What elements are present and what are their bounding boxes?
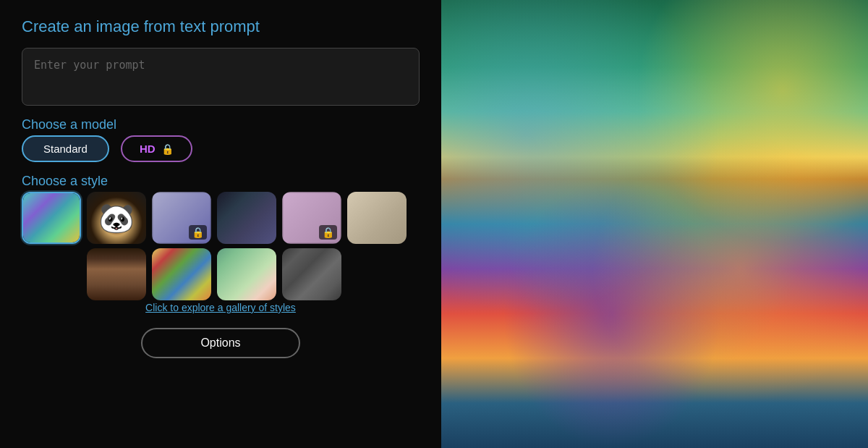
style-row-1: 🐼 🔒 🔒	[22, 192, 420, 244]
style-thumb-ballet[interactable]	[217, 248, 276, 300]
left-panel: Create an image from text prompt Choose …	[0, 0, 441, 448]
style-section-title: Choose a style	[22, 174, 420, 189]
model-buttons: Standard HD 🔒	[22, 135, 420, 162]
style-thumb-panda[interactable]: 🐼	[87, 192, 146, 244]
model-section-title: Choose a model	[22, 117, 420, 132]
style-thumb-city[interactable]	[282, 248, 341, 300]
style-thumb-bg-flowers	[152, 248, 211, 300]
style-thumb-bg-city	[282, 248, 341, 300]
style-section: Choose a style 🐼 🔒	[22, 174, 420, 313]
style-thumb-bg-fluid	[23, 193, 80, 242]
hd-label: HD	[140, 143, 156, 155]
prompt-input[interactable]	[22, 48, 420, 106]
page-title: Create an image from text prompt	[22, 17, 420, 36]
blur2-lock-icon: 🔒	[319, 225, 337, 240]
style-thumb-mona[interactable]	[87, 248, 146, 300]
style-thumb-blur1[interactable]: 🔒	[152, 192, 211, 244]
style-thumb-blur2[interactable]: 🔒	[282, 192, 341, 244]
style-thumb-bg-vintage	[347, 192, 407, 244]
model-section: Choose a model Standard HD 🔒	[22, 117, 420, 162]
style-grid: 🐼 🔒 🔒	[22, 192, 420, 300]
artwork-image	[441, 0, 868, 448]
blur1-lock-icon: 🔒	[189, 225, 207, 240]
explore-gallery-link[interactable]: Click to explore a gallery of styles	[22, 302, 420, 313]
style-thumb-bg-panda: 🐼	[87, 192, 146, 244]
style-thumb-bg-ballet	[217, 248, 276, 300]
style-thumb-bg-robot	[217, 192, 276, 244]
style-thumb-fluid[interactable]	[22, 192, 81, 244]
style-thumb-flowers[interactable]	[152, 248, 211, 300]
hd-lock-icon: 🔒	[161, 143, 174, 155]
standard-model-button[interactable]: Standard	[22, 135, 109, 162]
panda-icon: 🐼	[98, 203, 135, 232]
style-row-2	[22, 248, 420, 300]
artwork-display	[441, 0, 868, 448]
artwork-panel	[441, 0, 868, 448]
style-thumb-vintage[interactable]	[347, 192, 407, 244]
options-button[interactable]: Options	[141, 328, 300, 358]
hd-model-button[interactable]: HD 🔒	[121, 135, 192, 162]
style-thumb-bg-mona	[87, 248, 146, 300]
options-container: Options	[22, 325, 420, 358]
style-thumb-robot[interactable]	[217, 192, 276, 244]
